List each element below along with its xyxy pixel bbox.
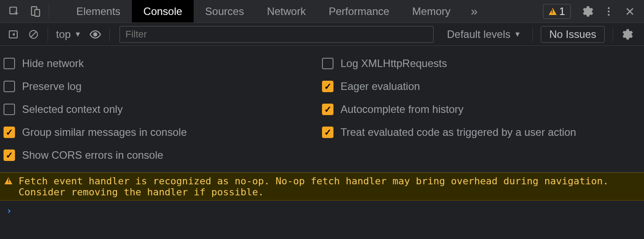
log-levels-selector[interactable]: Default levels ▼ xyxy=(441,28,527,41)
svg-line-10 xyxy=(31,32,36,37)
close-icon[interactable] xyxy=(619,0,640,23)
tab-console[interactable]: Console xyxy=(132,0,194,22)
tab-label: Memory xyxy=(412,5,451,18)
settings-column-left: Hide network Preserve log Selected conte… xyxy=(4,52,322,167)
inspect-element-icon[interactable] xyxy=(4,0,25,23)
svg-point-5 xyxy=(608,14,610,15)
setting-label: Preserve log xyxy=(22,80,82,93)
warning-icon xyxy=(4,177,12,184)
setting-user-action[interactable]: Treat evaluated code as triggered by a u… xyxy=(322,121,640,144)
console-toolbar: top ▼ Default levels ▼ No Issues xyxy=(0,23,644,46)
chevron-down-icon: ▼ xyxy=(74,30,81,38)
setting-eager-eval[interactable]: Eager evaluation xyxy=(322,75,640,98)
settings-gear-icon[interactable] xyxy=(577,0,598,23)
levels-label: Default levels xyxy=(447,28,510,41)
setting-hide-network[interactable]: Hide network xyxy=(4,52,322,75)
warnings-counter[interactable]: 1 xyxy=(543,4,571,19)
separator xyxy=(613,27,613,41)
console-settings-panel: Hide network Preserve log Selected conte… xyxy=(0,46,644,172)
setting-show-cors[interactable]: Show CORS errors in console xyxy=(4,144,322,167)
more-menu-icon[interactable] xyxy=(598,0,619,23)
svg-point-3 xyxy=(608,7,610,9)
svg-rect-2 xyxy=(35,9,40,16)
tab-network[interactable]: Network xyxy=(255,0,317,22)
tab-label: Network xyxy=(267,5,306,18)
setting-label: Selected context only xyxy=(22,103,123,116)
filter-input[interactable] xyxy=(120,26,434,43)
setting-group-similar[interactable]: Group similar messages in console xyxy=(4,121,322,144)
checkbox[interactable] xyxy=(4,58,15,69)
tab-label: Elements xyxy=(76,5,120,18)
checkbox[interactable] xyxy=(4,149,15,161)
issues-button[interactable]: No Issues xyxy=(541,26,605,43)
setting-autocomplete-history[interactable]: Autocomplete from history xyxy=(322,98,640,121)
devtools-tabs-bar: Elements Console Sources Network Perform… xyxy=(0,0,644,23)
issues-label: No Issues xyxy=(549,28,596,40)
tab-elements[interactable]: Elements xyxy=(65,0,132,22)
separator xyxy=(48,27,48,41)
context-selector[interactable]: top ▼ xyxy=(53,28,84,41)
svg-point-4 xyxy=(608,10,610,12)
warning-icon xyxy=(549,8,557,15)
setting-label: Group similar messages in console xyxy=(22,126,187,138)
setting-label: Show CORS errors in console xyxy=(22,149,163,161)
tabs-overflow-icon[interactable]: » xyxy=(462,0,487,22)
settings-column-right: Log XMLHttpRequests Eager evaluation Aut… xyxy=(322,52,640,167)
checkbox[interactable] xyxy=(4,104,15,115)
toggle-sidebar-icon[interactable] xyxy=(4,26,22,43)
separator xyxy=(532,27,533,41)
live-expression-icon[interactable] xyxy=(86,26,104,43)
separator xyxy=(109,27,110,41)
tab-memory[interactable]: Memory xyxy=(401,0,462,22)
prompt-chevron-icon: › xyxy=(6,205,12,216)
setting-label: Hide network xyxy=(22,57,84,70)
checkbox[interactable] xyxy=(4,81,15,92)
checkbox[interactable] xyxy=(322,58,333,69)
setting-label: Autocomplete from history xyxy=(341,103,464,116)
setting-label: Log XMLHttpRequests xyxy=(341,57,447,70)
tab-label: Console xyxy=(143,5,182,18)
console-warning-message[interactable]: Fetch event handler is recognized as no-… xyxy=(0,172,644,201)
warning-count: 1 xyxy=(559,5,565,18)
tab-label: Sources xyxy=(205,5,244,18)
setting-label: Eager evaluation xyxy=(341,80,420,93)
tabs-list: Elements Console Sources Network Perform… xyxy=(65,0,487,22)
chevron-down-icon: ▼ xyxy=(514,30,521,38)
checkbox[interactable] xyxy=(322,104,333,115)
device-toolbar-icon[interactable] xyxy=(25,0,46,23)
svg-point-11 xyxy=(94,32,97,36)
setting-preserve-log[interactable]: Preserve log xyxy=(4,75,322,98)
separator xyxy=(49,4,49,19)
setting-log-xhr[interactable]: Log XMLHttpRequests xyxy=(322,52,640,75)
context-label: top xyxy=(56,28,71,41)
checkbox[interactable] xyxy=(322,127,333,138)
console-prompt[interactable]: › xyxy=(0,201,644,220)
checkbox[interactable] xyxy=(322,81,333,92)
warning-text: Fetch event handler is recognized as no-… xyxy=(19,176,640,198)
clear-console-icon[interactable] xyxy=(25,26,42,43)
checkbox[interactable] xyxy=(4,127,15,138)
console-settings-gear-icon[interactable] xyxy=(618,26,636,43)
tab-performance[interactable]: Performance xyxy=(317,0,401,22)
tab-sources[interactable]: Sources xyxy=(194,0,255,22)
tab-label: Performance xyxy=(329,5,389,18)
setting-label: Treat evaluated code as triggered by a u… xyxy=(341,126,576,138)
setting-selected-context[interactable]: Selected context only xyxy=(4,98,322,121)
